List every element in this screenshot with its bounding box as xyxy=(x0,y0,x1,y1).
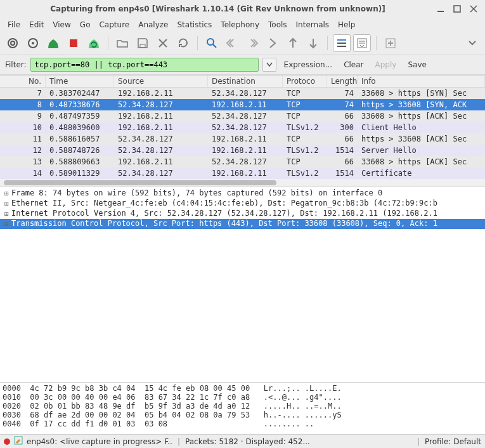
filter-toolbar: Filter: Expression... Clear Apply Save xyxy=(0,55,485,75)
find-icon[interactable] xyxy=(203,34,221,52)
packet-row[interactable]: 100.488039600192.168.2.1152.34.28.127TLS… xyxy=(0,122,485,133)
statusbar-separator: | xyxy=(417,437,420,446)
packet-row[interactable]: 130.588809663192.168.2.1152.34.28.127TCP… xyxy=(0,156,485,168)
go-back-icon[interactable] xyxy=(223,34,241,52)
svg-point-4 xyxy=(8,39,17,48)
menu-file[interactable]: File xyxy=(4,19,24,30)
statusbar-separator: | xyxy=(178,437,180,446)
save-filter-button[interactable]: Save xyxy=(404,59,430,70)
stop-capture-icon[interactable] xyxy=(65,34,82,52)
column-header-time[interactable]: Time xyxy=(46,76,114,87)
detail-tree-item[interactable]: ⊞Frame 8: 74 bytes on wire (592 bits), 7… xyxy=(0,188,485,199)
toolbar-separator xyxy=(197,36,198,50)
menubar: File Edit View Go Capture Analyze Statis… xyxy=(0,18,485,32)
packet-bytes-pane[interactable]: 0000 4c 72 b9 9c b8 3b c4 04 15 4c fe eb… xyxy=(0,382,485,434)
toolbar xyxy=(0,32,485,55)
edit-icon[interactable] xyxy=(14,436,23,447)
column-header-source[interactable]: Source xyxy=(114,76,208,87)
menu-internals[interactable]: Internals xyxy=(292,19,333,30)
packet-list-body[interactable]: 70.383702447192.168.2.1152.34.28.127TCP7… xyxy=(0,88,485,179)
packet-row[interactable]: 70.383702447192.168.2.1152.34.28.127TCP7… xyxy=(0,88,485,99)
window-close-button[interactable] xyxy=(467,3,480,15)
svg-point-5 xyxy=(11,41,15,45)
colorize-icon[interactable] xyxy=(333,34,351,52)
window-title: Capturing from enp4s0 [Wireshark 1.10.14… xyxy=(5,4,430,13)
window-titlebar: Capturing from enp4s0 [Wireshark 1.10.14… xyxy=(0,0,485,18)
expression-button[interactable]: Expression... xyxy=(280,59,337,70)
close-file-icon[interactable] xyxy=(154,34,172,52)
open-file-icon[interactable] xyxy=(113,34,131,52)
goto-first-icon[interactable] xyxy=(284,34,302,52)
toolbar-separator xyxy=(327,36,328,50)
save-file-icon[interactable] xyxy=(134,34,152,52)
column-header-protocol[interactable]: Protoco xyxy=(283,76,327,87)
go-forward-icon[interactable] xyxy=(243,34,261,52)
statusbar: enp4s0: <live capture in progress> F... … xyxy=(0,434,485,448)
packet-list-hscrollbar[interactable] xyxy=(0,179,485,187)
column-header-info[interactable]: Info xyxy=(358,76,485,87)
zoom-in-icon[interactable] xyxy=(382,34,399,52)
packet-row[interactable]: 90.487497359192.168.2.1152.34.28.127TCP6… xyxy=(0,110,485,122)
svg-point-7 xyxy=(32,42,34,44)
expand-icon[interactable]: ⊞ xyxy=(3,209,10,219)
column-header-dest[interactable]: Destination xyxy=(208,76,283,87)
column-header-no[interactable]: No. xyxy=(0,76,46,87)
restart-capture-icon[interactable] xyxy=(85,34,103,52)
svg-point-12 xyxy=(207,39,214,45)
autoscroll-icon[interactable] xyxy=(353,34,371,52)
start-capture-icon[interactable] xyxy=(44,34,62,52)
menu-analyze[interactable]: Analyze xyxy=(134,19,172,30)
column-header-length[interactable]: Length xyxy=(327,76,358,87)
packet-list-header[interactable]: No. Time Source Destination Protoco Leng… xyxy=(0,76,485,88)
detail-tree-item[interactable]: ⊞Internet Protocol Version 4, Src: 52.34… xyxy=(0,209,485,219)
packet-details-pane[interactable]: ⊞Frame 8: 74 bytes on wire (592 bits), 7… xyxy=(0,187,485,382)
toolbar-separator xyxy=(108,36,108,50)
packet-list: No. Time Source Destination Protoco Leng… xyxy=(0,75,485,187)
filter-input[interactable] xyxy=(30,58,259,72)
status-packets-text: Packets: 5182 · Displayed: 452... xyxy=(185,437,310,446)
menu-statistics[interactable]: Statistics xyxy=(173,19,216,30)
svg-rect-1 xyxy=(454,6,460,12)
filter-dropdown-button[interactable] xyxy=(262,58,276,72)
expand-icon[interactable]: ⊞ xyxy=(3,219,10,229)
menu-tools[interactable]: Tools xyxy=(264,19,291,30)
toolbar-separator xyxy=(376,36,377,50)
packet-row[interactable]: 110.58861605752.34.28.127192.168.2.11TCP… xyxy=(0,133,485,145)
clear-button[interactable]: Clear xyxy=(340,59,367,70)
expand-icon[interactable]: ⊞ xyxy=(3,188,10,199)
capture-running-icon xyxy=(4,438,10,445)
menu-view[interactable]: View xyxy=(49,19,74,30)
scrollbar-thumb[interactable] xyxy=(4,180,276,185)
menu-help[interactable]: Help xyxy=(334,19,359,30)
detail-tree-item[interactable]: ⊞Ethernet II, Src: Netgear_4c:fe:eb (c4:… xyxy=(0,199,485,209)
menu-go[interactable]: Go xyxy=(76,19,94,30)
status-capture-text: enp4s0: <live capture in progress> F... xyxy=(27,437,172,446)
packet-row[interactable]: 120.58874872652.34.28.127192.168.2.11TLS… xyxy=(0,145,485,156)
expand-icon[interactable]: ⊞ xyxy=(3,199,10,209)
filter-label: Filter: xyxy=(5,60,27,69)
window-maximize-button[interactable] xyxy=(451,3,463,15)
options-icon[interactable] xyxy=(24,34,42,52)
toolbar-overflow-icon[interactable] xyxy=(463,34,481,52)
detail-tree-item[interactable]: ⊞Transmission Control Protocol, Src Port… xyxy=(0,219,485,229)
menu-capture[interactable]: Capture xyxy=(95,19,133,30)
packet-row[interactable]: 80.48733867652.34.28.127192.168.2.11TCP7… xyxy=(0,99,485,110)
packet-row[interactable]: 140.58901132952.34.28.127192.168.2.11TLS… xyxy=(0,168,485,179)
apply-button[interactable]: Apply xyxy=(372,59,401,70)
svg-line-13 xyxy=(213,44,216,48)
window-minimize-button[interactable] xyxy=(434,3,447,15)
svg-rect-8 xyxy=(70,39,77,47)
menu-telephony[interactable]: Telephony xyxy=(217,19,263,30)
status-profile-text[interactable]: Profile: Default xyxy=(425,437,481,446)
goto-last-icon[interactable] xyxy=(304,34,322,52)
menu-edit[interactable]: Edit xyxy=(25,19,48,30)
goto-packet-icon[interactable] xyxy=(264,34,281,52)
reload-icon[interactable] xyxy=(174,34,192,52)
interfaces-icon[interactable] xyxy=(4,34,22,52)
